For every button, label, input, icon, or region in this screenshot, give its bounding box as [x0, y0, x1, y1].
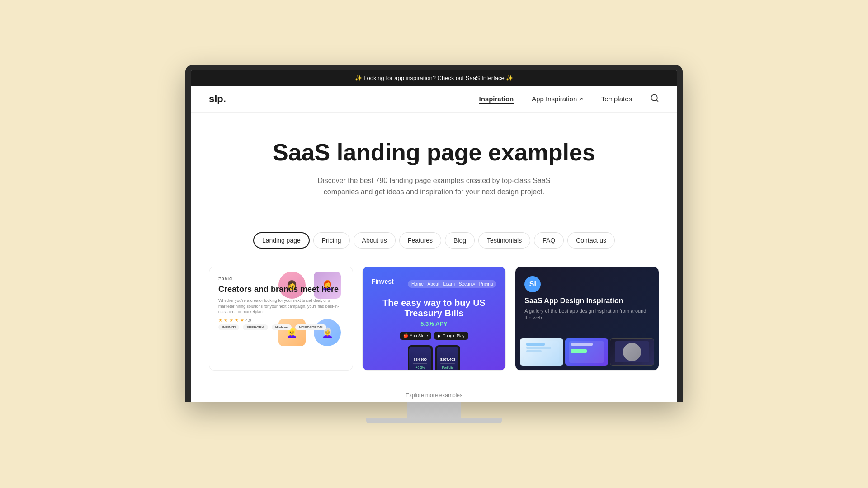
screenshot-3	[610, 338, 654, 366]
filter-tabs: Landing page Pricing About us Features B…	[191, 232, 677, 267]
hero-section: SaaS landing page examples Discover the …	[191, 113, 677, 232]
brand-nordstrom: NORDSTROM	[295, 324, 326, 330]
rating-value: 4.9	[245, 318, 251, 323]
card-finvest[interactable]: Finvest Home About Learn Security Pricin…	[362, 267, 506, 371]
nav-link-app-inspiration[interactable]: App Inspiration	[532, 95, 583, 103]
card-3-title: SaaS App Design Inspiration	[524, 297, 650, 305]
screenshot-1	[520, 338, 563, 366]
phone-screen-2: $207,403 Portfolio	[437, 347, 458, 371]
filter-landing-page[interactable]: Landing page	[253, 232, 310, 249]
card-creator-marketplace[interactable]: #paid Creators and brands meet here Whet…	[209, 267, 353, 371]
card-2-title: The easy way to buy US Treasury Bills	[372, 298, 497, 319]
card-2-cta-buttons: 🍎 App Store ▶ Google Play	[400, 332, 468, 340]
card-3-screenshot-row	[520, 338, 654, 366]
filter-about-us[interactable]: About us	[354, 232, 396, 249]
card-2-brand: Finvest	[372, 278, 394, 285]
monitor-stand-neck	[407, 402, 461, 418]
search-icon[interactable]	[650, 94, 659, 105]
filter-features[interactable]: Features	[399, 232, 441, 249]
phone-mock-2: $207,403 Portfolio	[435, 345, 460, 371]
star-5: ★	[240, 318, 244, 323]
filter-blog[interactable]: Blog	[445, 232, 475, 249]
google-play-icon: ▶	[438, 333, 441, 338]
card-1-brand-logos: INFINITI SEPHORA Nielsen NORDSTROM	[218, 324, 344, 330]
filter-contact-us[interactable]: Contact us	[567, 232, 615, 249]
card-3-description: A gallery of the best app design inspira…	[524, 308, 650, 322]
card-3-icon: SI	[524, 276, 541, 292]
card-saas-app-inspiration[interactable]: SI SaaS App Design Inspiration A gallery…	[515, 267, 659, 371]
card-grid: #paid Creators and brands meet here Whet…	[191, 267, 677, 389]
card-1-title: Creators and brands meet here	[218, 285, 344, 295]
brand-nielsen: Nielsen	[272, 324, 292, 330]
hero-subtitle: Discover the best 790 landing page examp…	[303, 175, 565, 198]
star-4: ★	[235, 318, 239, 323]
announcement-bar: ✨ Looking for app inspiration? Check out…	[191, 70, 677, 86]
svg-line-1	[656, 100, 658, 102]
star-2: ★	[224, 318, 228, 323]
card-2-rate: 5.3% APY	[420, 320, 448, 327]
google-play-button[interactable]: ▶ Google Play	[434, 332, 468, 340]
card-1-description: Whether you're a creator looking for you…	[218, 298, 344, 315]
phone-mock-1: $34,900 +5.3%	[408, 345, 433, 371]
filter-faq[interactable]: FAQ	[534, 232, 564, 249]
card-2-nav-items: Home About Learn Security Pricing	[408, 280, 496, 288]
page-hint: Explore more examples	[191, 389, 677, 402]
brand-sephora: SEPHORA	[243, 324, 268, 330]
card-2-phone-mockups: $34,900 +5.3% $207,403 Portfolio	[408, 345, 460, 371]
nav-link-inspiration[interactable]: Inspiration	[479, 95, 514, 104]
screenshot-2	[565, 338, 609, 366]
nav-links: Inspiration App Inspiration Templates	[479, 95, 632, 103]
monitor-base	[366, 418, 502, 423]
brand-infiniti: INFINITI	[218, 324, 239, 330]
filter-testimonials[interactable]: Testimonials	[478, 232, 530, 249]
announcement-text: ✨ Looking for app inspiration? Check out…	[355, 75, 514, 81]
nav-link-templates[interactable]: Templates	[601, 95, 632, 103]
filter-pricing[interactable]: Pricing	[313, 232, 350, 249]
apple-icon: 🍎	[403, 333, 408, 338]
phone-screen-1: $34,900 +5.3%	[409, 347, 431, 371]
app-store-button[interactable]: 🍎 App Store	[400, 332, 431, 340]
star-3: ★	[229, 318, 233, 323]
card-1-rating: ★ ★ ★ ★ ★ 4.9	[218, 318, 344, 323]
navbar: slp. Inspiration App Inspiration Templat…	[191, 86, 677, 113]
card-1-brand: #paid	[218, 276, 344, 281]
star-1: ★	[218, 318, 222, 323]
logo[interactable]: slp.	[209, 93, 226, 105]
hero-title: SaaS landing page examples	[209, 140, 659, 165]
